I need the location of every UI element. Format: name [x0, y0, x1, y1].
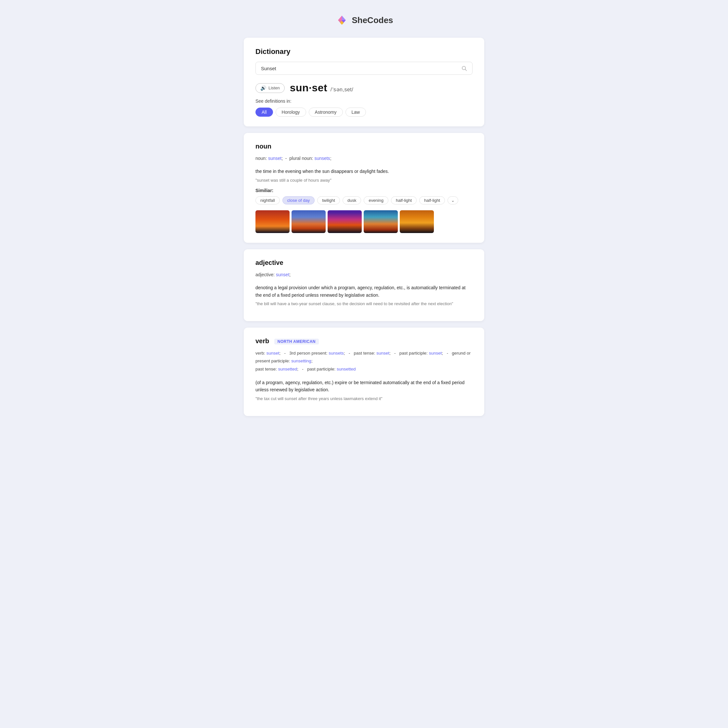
past-link[interactable]: sunset: [376, 351, 389, 356]
past-part2-link[interactable]: sunsetted: [337, 367, 356, 372]
sunset-image-1[interactable]: [255, 210, 289, 233]
noun-meta: noun: sunset; - plural noun: sunsets;: [255, 155, 473, 162]
past-part-label: past participle:: [399, 351, 428, 356]
adj-link[interactable]: sunset: [276, 272, 289, 277]
tag-nightfall[interactable]: nightfall: [255, 196, 280, 205]
similar-label: Similiar:: [255, 188, 473, 193]
verb-definition: (of a program, agency, regulation, etc.)…: [255, 379, 473, 393]
tag-twilight[interactable]: twilight: [317, 196, 340, 205]
adjective-example: "the bill will have a two-year sunset cl…: [255, 301, 473, 306]
gerund-link[interactable]: sunsetting: [291, 358, 311, 363]
sunset-image-2[interactable]: [292, 210, 326, 233]
tag-close-of-day[interactable]: close of day: [283, 196, 315, 205]
see-definitions-label: See definitions in:: [255, 98, 473, 104]
adj-meta-label: adjective:: [255, 272, 275, 277]
verb-example: "the tax cut will sunset after three yea…: [255, 396, 473, 401]
logo-area: SheCodes: [6, 13, 722, 27]
tag-half-light-2[interactable]: half-light: [419, 196, 445, 205]
word-display: sun·set /ˈsən,set/: [290, 82, 353, 94]
verb-link[interactable]: sunset: [266, 351, 280, 356]
sunset-image-4[interactable]: [364, 210, 398, 233]
listen-label: Listen: [268, 86, 280, 90]
noun-example: "sunset was still a couple of hours away…: [255, 178, 473, 183]
listen-button[interactable]: 🔊 Listen: [255, 83, 285, 93]
adjective-meta: adjective: sunset;: [255, 271, 473, 278]
past-part-link[interactable]: sunset: [429, 351, 442, 356]
noun-meta-label: noun:: [255, 156, 267, 161]
verb-label: verb:: [255, 351, 265, 356]
word-text: sun·set: [290, 82, 327, 93]
past-label: past tense:: [353, 351, 375, 356]
adjective-card: adjective adjective: sunset; denoting a …: [244, 249, 484, 321]
speaker-icon: 🔊: [260, 85, 266, 91]
search-icon: [461, 65, 467, 71]
noun-card: noun noun: sunset; - plural noun: sunset…: [244, 133, 484, 243]
past-part2-label: past participle:: [307, 367, 335, 372]
dictionary-card: Dictionary 🔊 Listen sun·set /ˈsən,set/ S…: [244, 38, 484, 127]
filter-law[interactable]: Law: [346, 107, 366, 117]
third-link[interactable]: sunsets: [329, 351, 344, 356]
third-label: 3rd person present:: [289, 351, 327, 356]
plural-link[interactable]: sunsets: [314, 156, 330, 161]
north-american-badge: NORTH AMERICAN: [274, 339, 319, 344]
dictionary-title: Dictionary: [255, 47, 473, 56]
sunset-image-5[interactable]: [400, 210, 434, 233]
adjective-pos-label: adjective: [255, 259, 473, 266]
search-input[interactable]: [261, 66, 461, 71]
tag-half-light-1[interactable]: half-light: [391, 196, 417, 205]
filter-horology[interactable]: Horology: [275, 107, 306, 117]
filter-astronomy[interactable]: Astronomy: [309, 107, 343, 117]
plural-label: plural noun:: [289, 156, 313, 161]
verb-pos-text: verb: [255, 337, 269, 344]
similar-tags: nightfall close of day twilight dusk eve…: [255, 196, 473, 205]
noun-pos-label: noun: [255, 143, 473, 150]
verb-meta: verb: sunset; - 3rd person present: suns…: [255, 349, 473, 373]
verb-pos-label: verb NORTH AMERICAN: [255, 337, 473, 345]
noun-definition: the time in the evening when the sun dis…: [255, 168, 473, 175]
svg-marker-2: [342, 15, 346, 20]
search-box: [255, 62, 473, 75]
svg-marker-0: [338, 15, 342, 20]
word-header: 🔊 Listen sun·set /ˈsən,set/: [255, 82, 473, 94]
tag-dusk[interactable]: dusk: [343, 196, 361, 205]
adjective-definition: denoting a legal provision under which a…: [255, 284, 473, 299]
logo-icon: [335, 13, 349, 27]
past2-label: past tense:: [255, 367, 277, 372]
svg-line-6: [465, 69, 466, 70]
logo-text: SheCodes: [352, 15, 393, 25]
tag-evening[interactable]: evening: [364, 196, 388, 205]
filter-buttons: All Horology Astronomy Law: [255, 107, 473, 117]
search-button[interactable]: [461, 65, 467, 71]
phonetic: /ˈsən,set/: [330, 87, 353, 92]
sunset-images: [255, 210, 473, 233]
filter-all[interactable]: All: [255, 107, 273, 117]
verb-card: verb NORTH AMERICAN verb: sunset; - 3rd …: [244, 327, 484, 416]
sunset-image-3[interactable]: [327, 210, 362, 233]
similar-more-button[interactable]: ⌄: [448, 196, 458, 205]
noun-link[interactable]: sunset: [268, 156, 281, 161]
past2-link[interactable]: sunsetted: [278, 367, 297, 372]
